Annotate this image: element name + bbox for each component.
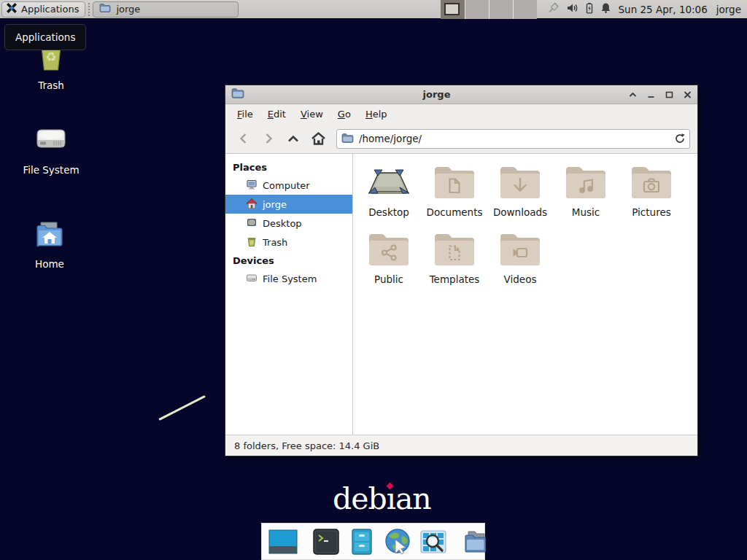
home-button[interactable]: [307, 128, 329, 149]
downloads-folder-icon: [497, 163, 543, 204]
menu-go[interactable]: Go: [332, 106, 357, 122]
desktop-icon-home[interactable]: Home: [15, 217, 85, 270]
folder-view[interactable]: Desktop Documents: [353, 154, 697, 435]
taskbar-window-label: jorge: [116, 4, 140, 15]
top-panel: Applications jorge: [0, 0, 747, 19]
folder-item-downloads[interactable]: Downloads: [489, 163, 551, 218]
public-folder-icon: [365, 230, 412, 271]
panel-clock[interactable]: Sun 25 Apr, 10:06: [619, 4, 708, 15]
desktop-icon-label: Home: [35, 258, 64, 270]
folder-item-desktop[interactable]: Desktop: [357, 163, 420, 218]
tooltip-text: Applications: [15, 31, 75, 43]
sidebar-item-jorge[interactable]: jorge: [225, 195, 352, 214]
sidebar: Places Computer: [225, 154, 353, 435]
battery-icon[interactable]: [585, 2, 594, 16]
window-titlebar[interactable]: jorge: [225, 85, 697, 104]
workspace-3[interactable]: [489, 0, 513, 19]
sidebar-item-desktop[interactable]: Desktop: [225, 214, 352, 233]
workspace-window-preview: [444, 3, 460, 15]
minimize-button[interactable]: [647, 91, 655, 98]
application-finder-icon[interactable]: [419, 527, 448, 556]
applications-icon: [6, 2, 18, 16]
sidebar-places-header: Places: [225, 158, 352, 176]
cursor-trail-line: [158, 395, 206, 421]
desktop-icon-filesystem[interactable]: File System: [16, 122, 86, 176]
maximize-button[interactable]: [665, 91, 673, 98]
web-browser-icon[interactable]: [383, 527, 412, 556]
path-folder-icon: [341, 133, 354, 146]
up-button[interactable]: [282, 128, 304, 149]
sidebar-item-label: File System: [263, 273, 317, 284]
music-folder-icon: [562, 163, 609, 204]
window-title: jorge: [244, 89, 629, 100]
desktop-icon-label: Trash: [38, 79, 64, 91]
folder-item-templates[interactable]: Templates: [423, 230, 486, 285]
back-button[interactable]: [233, 128, 255, 149]
workspace-pager-icon[interactable]: [268, 527, 298, 556]
home-folder-icon: [32, 217, 67, 254]
menu-file[interactable]: File: [231, 106, 259, 122]
pictures-folder-icon: [628, 163, 675, 204]
folder-item-pictures[interactable]: Pictures: [620, 163, 683, 218]
templates-folder-icon: [431, 230, 478, 271]
notifications-bell-icon[interactable]: [600, 2, 611, 16]
folder-label: Templates: [430, 273, 480, 285]
applications-tooltip: Applications: [4, 24, 86, 50]
applications-label: Applications: [21, 4, 79, 15]
sidebar-devices-header: Devices: [225, 252, 352, 269]
terminal-icon[interactable]: [311, 527, 341, 556]
file-manager-window: jorge File Edit View Go Help: [225, 85, 698, 456]
file-cabinet-icon[interactable]: [347, 527, 376, 556]
sidebar-item-filesystem[interactable]: File System: [225, 269, 352, 288]
desktop-folder-icon: [365, 163, 412, 204]
workspace-4[interactable]: [513, 0, 537, 19]
bottom-dock: [261, 523, 485, 560]
home-icon: [246, 198, 258, 211]
taskbar-folder-icon: [99, 3, 111, 15]
folder-item-videos[interactable]: Videos: [489, 230, 551, 285]
videos-folder-icon: [497, 230, 543, 271]
workspace-switcher[interactable]: [441, 0, 537, 19]
volume-icon[interactable]: [566, 2, 578, 16]
menubar: File Edit View Go Help: [225, 104, 697, 124]
menu-help[interactable]: Help: [360, 106, 393, 122]
sidebar-item-computer[interactable]: Computer: [225, 176, 352, 195]
taskbar-window-button[interactable]: jorge: [93, 1, 239, 18]
computer-icon: [246, 179, 258, 192]
folder-label: Pictures: [632, 206, 670, 218]
network-icon[interactable]: [547, 2, 560, 16]
sidebar-item-label: Desktop: [263, 218, 302, 229]
file-manager-icon[interactable]: [461, 527, 490, 556]
folder-label: Downloads: [493, 206, 547, 218]
sidebar-item-label: jorge: [263, 199, 287, 210]
forward-button[interactable]: [258, 128, 279, 149]
statusbar-text: 8 folders, Free space: 14.4 GiB: [234, 440, 379, 451]
folder-item-music[interactable]: Music: [554, 163, 617, 218]
sidebar-item-label: Trash: [263, 237, 287, 248]
close-button[interactable]: [684, 91, 692, 98]
shade-button[interactable]: [629, 91, 637, 98]
desktop-icon-label: File System: [23, 164, 79, 176]
desktop-icon: [246, 217, 258, 230]
workspace-1[interactable]: [441, 0, 465, 19]
menu-edit[interactable]: Edit: [262, 106, 292, 122]
toolbar: [225, 124, 697, 154]
sidebar-item-trash[interactable]: ♻ Trash: [225, 233, 352, 252]
applications-menu-button[interactable]: Applications: [1, 1, 85, 18]
refresh-icon[interactable]: [674, 133, 686, 147]
harddrive-icon: [34, 122, 69, 160]
panel-username[interactable]: jorge: [716, 4, 741, 15]
folder-item-public[interactable]: Public: [357, 230, 420, 285]
documents-folder-icon: [431, 163, 478, 204]
harddrive-icon: [246, 272, 258, 286]
path-input[interactable]: [336, 129, 690, 149]
folder-item-documents[interactable]: Documents: [423, 163, 486, 218]
desktop[interactable]: Applications jorge: [0, 0, 747, 560]
menu-view[interactable]: View: [295, 106, 329, 122]
folder-label: Music: [572, 206, 600, 218]
sidebar-item-label: Computer: [263, 180, 310, 191]
workspace-2[interactable]: [465, 0, 489, 19]
panel-handle[interactable]: [87, 3, 91, 16]
statusbar: 8 folders, Free space: 14.4 GiB: [225, 435, 697, 456]
folder-label: Videos: [504, 273, 537, 285]
